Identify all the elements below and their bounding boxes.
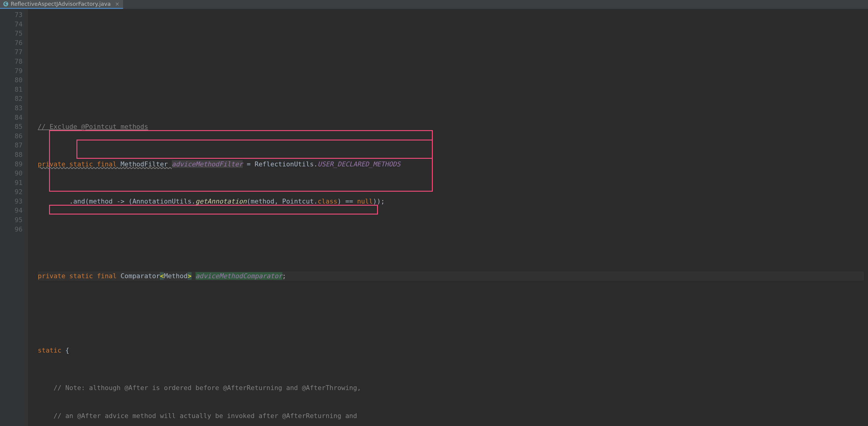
tab-bar: C ReflectiveAspectJAdvisorFactory.java × (0, 0, 868, 9)
line-number-gutter: 7374757677787980818283848586878889909192… (0, 9, 28, 426)
fold-column (28, 9, 36, 426)
line-number: 75 (0, 29, 23, 38)
line-number: 96 (0, 225, 23, 234)
line-number: 80 (0, 75, 23, 85)
line-number: 77 (0, 48, 23, 57)
line-number: 74 (0, 20, 23, 29)
line-number: 76 (0, 38, 23, 48)
line-number: 81 (0, 85, 23, 94)
annotation-box-inner (76, 140, 433, 159)
code-line: // Exclude @Pointcut methods (38, 122, 864, 132)
line-number: 89 (0, 160, 23, 169)
code-line: private static final MethodFilter advice… (38, 160, 864, 169)
line-number: 91 (0, 178, 23, 188)
line-number: 86 (0, 132, 23, 141)
line-number: 78 (0, 57, 23, 66)
line-number: 84 (0, 113, 23, 122)
line-number: 73 (0, 10, 23, 20)
line-number: 87 (0, 141, 23, 150)
code-line (38, 234, 864, 243)
editor: 7374757677787980818283848586878889909192… (0, 9, 868, 426)
line-number: 95 (0, 215, 23, 225)
code-line-current: private static final Comparator<Method> … (38, 272, 864, 281)
code-area[interactable]: // Exclude @Pointcut methods private sta… (36, 9, 864, 426)
tab-filename: ReflectiveAspectJAdvisorFactory.java (11, 0, 111, 8)
code-line: .and(method -> (AnnotationUtils.getAnnot… (38, 197, 864, 206)
line-number: 85 (0, 122, 23, 132)
line-number: 83 (0, 103, 23, 113)
line-number: 82 (0, 94, 23, 103)
code-line (38, 85, 864, 94)
line-number: 90 (0, 169, 23, 178)
code-line (38, 309, 864, 318)
code-line: // an @After advice method will actually… (38, 412, 864, 421)
class-file-icon: C (3, 2, 8, 6)
line-number: 94 (0, 206, 23, 215)
line-number: 92 (0, 187, 23, 197)
code-line: static { (38, 346, 864, 355)
vertical-scrollbar[interactable] (864, 9, 868, 426)
line-number: 79 (0, 66, 23, 76)
close-tab-icon[interactable]: × (113, 0, 120, 8)
code-line: // Note: although @After is ordered befo… (38, 383, 864, 393)
file-tab[interactable]: C ReflectiveAspectJAdvisorFactory.java × (0, 0, 123, 9)
line-number: 93 (0, 197, 23, 206)
annotation-box-assign (49, 205, 378, 215)
line-number: 88 (0, 150, 23, 160)
